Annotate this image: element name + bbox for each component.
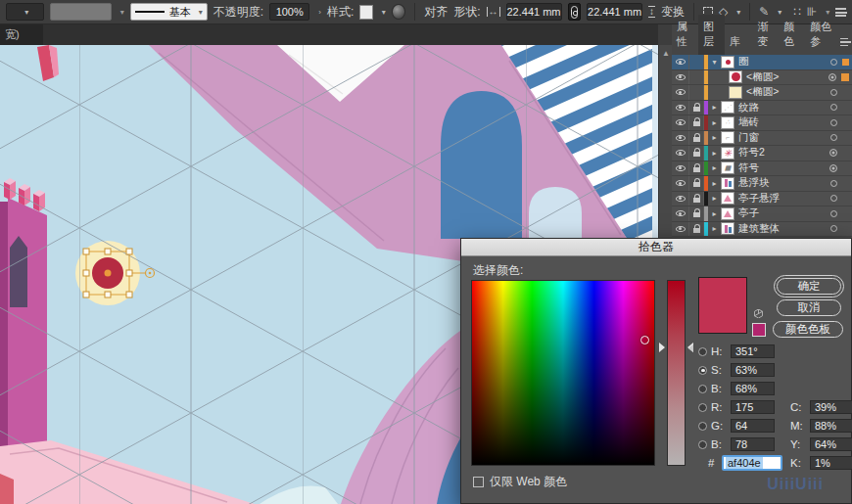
layer-row[interactable]: ▸ ▦ 符号: [672, 161, 852, 177]
target-indicator[interactable]: [830, 89, 837, 96]
black-input[interactable]: 1%: [810, 456, 852, 470]
visibility-toggle[interactable]: [672, 146, 689, 160]
red-radio[interactable]: [698, 403, 707, 412]
lock-toggle[interactable]: [689, 85, 704, 100]
layer-name[interactable]: 墙砖: [738, 115, 830, 129]
lock-toggle[interactable]: [689, 176, 704, 191]
layer-thumbnail[interactable]: ✳: [721, 147, 734, 160]
target-indicator[interactable]: [830, 225, 837, 232]
target-indicator[interactable]: [828, 73, 836, 81]
closest-web-color-swatch[interactable]: [752, 323, 766, 337]
layer-name[interactable]: 亭子: [738, 206, 830, 220]
tab-libraries[interactable]: 库: [725, 29, 745, 55]
height-input[interactable]: 22.441 mm: [587, 3, 642, 21]
layer-row[interactable]: ▸ ✳ 符号2: [672, 146, 852, 161]
style-swatch[interactable]: [359, 5, 373, 20]
document-tab[interactable]: 宽): [0, 24, 43, 45]
layer-name[interactable]: 纹路: [738, 101, 830, 115]
hue-radio[interactable]: [698, 347, 707, 356]
layer-row[interactable]: ▸ 建筑整体: [672, 222, 852, 238]
expand-chevron-icon[interactable]: ▸: [708, 103, 721, 112]
tab-color-guide[interactable]: 颜色参: [805, 15, 839, 55]
target-indicator[interactable]: [830, 134, 837, 141]
panel-menu-icon[interactable]: [840, 38, 848, 46]
visibility-toggle[interactable]: [672, 70, 689, 85]
expand-chevron-icon[interactable]: ▸: [708, 179, 721, 188]
layer-row[interactable]: ▸ 亭子: [672, 206, 852, 222]
layer-thumbnail[interactable]: [721, 192, 734, 205]
chevron-right-icon[interactable]: ›: [318, 8, 321, 17]
color-swatches-button[interactable]: 颜色色板: [773, 321, 843, 338]
out-of-gamut-cube-icon[interactable]: [754, 309, 763, 318]
target-indicator[interactable]: [830, 59, 837, 66]
lock-toggle[interactable]: [689, 131, 704, 146]
chevron-down-icon[interactable]: ▾: [736, 8, 740, 17]
lock-toggle[interactable]: [689, 206, 704, 221]
web-only-checkbox[interactable]: [473, 477, 484, 487]
layer-thumbnail[interactable]: [721, 56, 734, 69]
visibility-toggle[interactable]: [672, 192, 689, 206]
layer-row[interactable]: ▸ ⋰ 纹路: [672, 101, 852, 116]
green-input[interactable]: 64: [731, 419, 775, 433]
expand-chevron-icon[interactable]: ▸: [708, 149, 721, 158]
layer-thumbnail[interactable]: [729, 86, 742, 99]
target-indicator[interactable]: [830, 104, 837, 111]
layer-row[interactable]: ▸ ∴ 墙砖: [672, 115, 852, 131]
lock-toggle[interactable]: [689, 101, 704, 115]
width-input[interactable]: 22.441 mm: [506, 3, 562, 21]
link-dimensions-toggle[interactable]: [568, 3, 582, 21]
tab-color[interactable]: 颜色: [779, 15, 805, 55]
expand-chevron-icon[interactable]: ▸: [708, 194, 721, 203]
layer-thumbnail[interactable]: ⋰: [721, 101, 734, 114]
lock-toggle[interactable]: [689, 146, 704, 160]
layer-row[interactable]: ▾ 圈: [672, 55, 852, 70]
layer-thumbnail[interactable]: [729, 70, 742, 83]
visibility-toggle[interactable]: [672, 206, 689, 221]
stroke-style-dropdown[interactable]: 基本 ▾: [130, 3, 208, 21]
tab-layers[interactable]: 图层: [698, 15, 725, 55]
visibility-toggle[interactable]: [672, 222, 689, 237]
layer-thumbnail[interactable]: ⌐: [721, 131, 734, 144]
expand-chevron-icon[interactable]: ▸: [708, 209, 721, 218]
target-indicator[interactable]: [829, 149, 837, 157]
tab-gradient[interactable]: 渐变: [752, 15, 779, 55]
visibility-toggle[interactable]: [672, 131, 689, 146]
lock-toggle[interactable]: [689, 161, 704, 176]
layer-name[interactable]: 建筑整体: [738, 222, 830, 236]
expand-chevron-icon[interactable]: ▸: [708, 224, 721, 233]
green-radio[interactable]: [698, 422, 707, 431]
brightness-radio[interactable]: [698, 385, 707, 393]
lock-toggle[interactable]: [689, 115, 704, 130]
chevron-down-icon[interactable]: ▾: [382, 8, 386, 17]
expand-chevron-icon[interactable]: ▸: [708, 118, 721, 127]
visibility-toggle[interactable]: [672, 55, 689, 69]
lock-toggle[interactable]: [689, 55, 704, 69]
collapse-chevron-icon[interactable]: ▾: [708, 58, 721, 67]
blue-radio[interactable]: [698, 440, 707, 449]
brightness-input[interactable]: 68%: [731, 382, 775, 395]
opacity-input[interactable]: 100%: [269, 3, 309, 21]
target-indicator[interactable]: [829, 164, 837, 172]
layer-thumbnail[interactable]: [721, 207, 734, 220]
hex-input[interactable]: af404e: [722, 455, 782, 471]
lock-toggle[interactable]: [689, 70, 704, 85]
layer-row[interactable]: <椭圆>: [672, 85, 852, 101]
layer-thumbnail[interactable]: ▦: [721, 161, 734, 174]
layer-thumbnail[interactable]: [721, 177, 734, 190]
dialog-title[interactable]: 拾色器: [461, 239, 851, 256]
visibility-toggle[interactable]: [672, 85, 689, 100]
lock-toggle[interactable]: [689, 222, 704, 237]
recolor-artwork-icon[interactable]: [392, 4, 405, 20]
target-indicator[interactable]: [830, 195, 837, 202]
yellow-input[interactable]: 64%: [810, 437, 852, 451]
tab-properties[interactable]: 属性: [672, 15, 698, 55]
visibility-toggle[interactable]: [672, 161, 689, 176]
visibility-toggle[interactable]: [672, 115, 689, 130]
red-input[interactable]: 175: [731, 400, 775, 414]
color-field-marker[interactable]: [640, 336, 649, 344]
expand-chevron-icon[interactable]: ▸: [708, 133, 721, 142]
cancel-button[interactable]: 取消: [777, 299, 841, 316]
visibility-toggle[interactable]: [672, 101, 689, 115]
scroll-up-icon[interactable]: ▲: [662, 50, 669, 57]
slider-arrow-left-icon[interactable]: [659, 343, 665, 352]
